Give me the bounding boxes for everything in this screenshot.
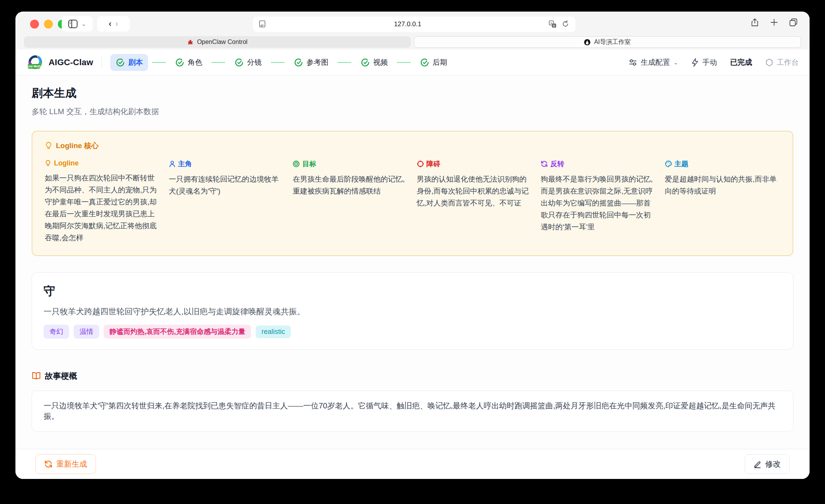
reader-view-icon[interactable] — [258, 20, 267, 29]
step-label: 视频 — [373, 57, 388, 67]
story-tags: 奇幻 温情 静谧而灼热,哀而不伤,充满宿命感与温柔力量 realistic — [44, 325, 781, 339]
obstacle-column: 障碍 男孩的认知退化使他无法识别狗的身份,而每次轮回中积累的忠诚与记忆,对人类而… — [417, 159, 533, 244]
check-circle-icon — [420, 58, 429, 67]
synopsis-title: 故事梗概 — [45, 371, 77, 381]
main-content: 剧本生成 多轮 LLM 交互，生成结构化剧本数据 Logline 核心 Logl… — [15, 76, 810, 449]
goal-column: 目标 在男孩生命最后阶段唤醒他的记忆,重建被疾病瓦解的情感联结 — [293, 159, 408, 244]
minimize-window-button[interactable] — [44, 20, 53, 29]
step-label: 剧本 — [128, 57, 143, 67]
step-connector — [337, 62, 351, 63]
theme-column: 主题 爱是超越时间与认知的共振,而非单向的等待或证明 — [665, 159, 781, 244]
genre-tag: 奇幻 — [44, 325, 69, 339]
tab-overview-icon[interactable] — [789, 18, 798, 27]
tab-ai-director-studio[interactable]: AI导演工作室 — [414, 36, 801, 48]
divider — [101, 57, 102, 68]
column-text: 一只拥有连续轮回记忆的边境牧羊犬(灵魂名为'守') — [169, 173, 285, 197]
brand-name: AIGC-Claw — [49, 57, 93, 67]
logline-panel: Logline 核心 Logline 如果一只狗在四次轮回中不断转世为不同品种、… — [32, 131, 793, 256]
tab-label: OpenClaw Control — [197, 39, 248, 46]
column-text: 在男孩生命最后阶段唤醒他的记忆,重建被疾病瓦解的情感联结 — [293, 173, 408, 197]
logo-text: Uni·MoE — [27, 64, 41, 68]
back-button[interactable]: ‹ — [109, 19, 111, 29]
sidebar-icon — [68, 20, 78, 28]
step-storyboard[interactable]: 分镜 — [229, 54, 267, 71]
step-connector — [397, 62, 411, 63]
address-text[interactable]: 127.0.0.1 — [267, 20, 548, 28]
check-circle-icon — [235, 58, 244, 67]
share-icon[interactable] — [750, 18, 759, 27]
check-circle-icon — [361, 58, 370, 67]
regenerate-button[interactable]: 重新生成 — [35, 454, 96, 474]
column-title: 反转 — [550, 159, 564, 169]
step-label: 分镜 — [247, 57, 262, 67]
studio-tab-icon — [584, 39, 590, 46]
workbench-label: 工作台 — [777, 57, 799, 67]
traffic-lights — [30, 20, 67, 29]
genre-tag: 温情 — [74, 325, 99, 339]
step-script[interactable]: 剧本 — [110, 54, 148, 71]
modify-label: 修改 — [765, 459, 781, 469]
forward-button[interactable]: › — [115, 19, 118, 29]
hexagon-icon — [765, 58, 773, 67]
column-text: 爱是超越时间与认知的共振,而非单向的等待或证明 — [665, 173, 781, 197]
modify-button[interactable]: 修改 — [745, 454, 790, 474]
step-label: 参考图 — [306, 57, 328, 67]
check-circle-icon — [294, 58, 303, 67]
person-icon — [169, 160, 175, 167]
refresh-icon — [541, 160, 548, 167]
step-connector — [152, 62, 166, 63]
twist-column: 反转 狗最终不是靠行为唤回男孩的记忆,而是男孩在意识弥留之际,无意识哼出幼年为它… — [541, 159, 656, 244]
logline-panel-title: Logline 核心 — [56, 141, 99, 151]
lightbulb-icon — [45, 160, 51, 167]
step-video[interactable]: 视频 — [355, 54, 393, 71]
regenerate-label: 重新生成 — [56, 459, 87, 469]
step-post[interactable]: 后期 — [415, 54, 452, 71]
app-header: Uni·MoE AIGC-Claw 剧本 角色 分镜 — [15, 49, 810, 76]
app-logo: Uni·MoE — [26, 54, 44, 71]
generation-config-button[interactable]: 生成配置 ⌄ — [629, 57, 678, 67]
step-characters[interactable]: 角色 — [170, 54, 208, 71]
manual-label: 手动 — [702, 57, 717, 67]
book-icon — [32, 372, 41, 380]
workbench-button[interactable]: 工作台 — [765, 57, 799, 67]
logline-column: Logline 如果一只狗在四次轮回中不断转世为不同品种、不同主人的宠物,只为守… — [45, 159, 160, 244]
lightbulb-icon — [45, 142, 52, 150]
translate-icon[interactable]: A文 — [548, 20, 557, 29]
config-label: 生成配置 — [641, 57, 670, 67]
manual-mode-button[interactable]: 手动 — [691, 57, 717, 67]
column-text: 男孩的认知退化使他无法识别狗的身份,而每次轮回中积累的忠诚与记忆,对人类而言皆不… — [417, 173, 533, 209]
check-circle-icon — [175, 58, 184, 67]
refresh-icon — [44, 460, 52, 468]
close-window-button[interactable] — [30, 20, 39, 29]
tone-tag: 静谧而灼热,哀而不伤,充满宿命感与温柔力量 — [104, 325, 251, 339]
palette-icon — [665, 160, 672, 167]
story-description: 一只牧羊犬跨越四世轮回守护失忆老人,以旧疤与走调旋律唤醒灵魂共振。 — [44, 306, 781, 317]
sidebar-toggle-button[interactable]: ⌄ — [62, 16, 93, 32]
synopsis-section-header: 故事梗概 — [32, 371, 793, 381]
svg-text:文: 文 — [553, 24, 556, 28]
url-bar[interactable]: 127.0.0.1 A文 — [253, 17, 575, 32]
page-subtitle: 多轮 LLM 交互，生成结构化剧本数据 — [32, 106, 793, 117]
chevron-down-icon: ⌄ — [673, 59, 678, 66]
step-reference[interactable]: 参考图 — [288, 54, 334, 71]
lightning-icon — [691, 58, 699, 67]
style-tag: realistic — [256, 325, 291, 338]
protagonist-column: 主角 一只拥有连续轮回记忆的边境牧羊犬(灵魂名为'守') — [169, 159, 285, 244]
tab-openclaw-control[interactable]: OpenClaw Control — [24, 36, 411, 48]
reload-icon[interactable] — [562, 20, 570, 29]
browser-window: ⌄ ‹ › 127.0.0.1 A文 — [15, 12, 810, 479]
chevron-down-icon: ⌄ — [81, 21, 86, 27]
column-title: 障碍 — [427, 159, 440, 169]
nav-buttons: ‹ › — [97, 16, 130, 32]
tab-label: AI导演工作室 — [594, 38, 631, 46]
step-connector — [271, 62, 285, 63]
step-label: 角色 — [187, 57, 202, 67]
story-card: 守 一只牧羊犬跨越四世轮回守护失忆老人,以旧疤与走调旋律唤醒灵魂共振。 奇幻 温… — [32, 272, 793, 350]
new-tab-icon[interactable] — [769, 18, 779, 27]
step-connector — [211, 62, 225, 63]
obstacle-icon — [417, 160, 424, 167]
browser-toolbar: ⌄ ‹ › 127.0.0.1 A文 — [15, 12, 810, 36]
column-title: 主题 — [675, 159, 688, 169]
page-title: 剧本生成 — [32, 86, 793, 101]
target-icon — [293, 160, 300, 167]
